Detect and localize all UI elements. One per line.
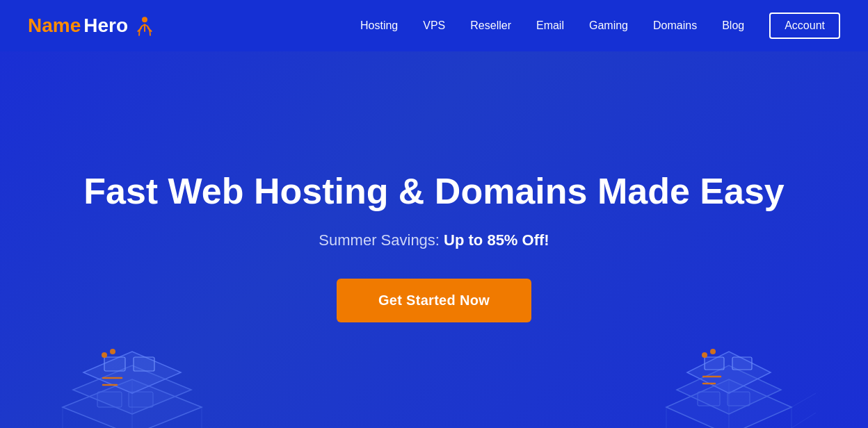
site-header: NameHero Hosting VPS Reseller Email Gami…: [0, 0, 868, 51]
nav-email[interactable]: Email: [536, 19, 564, 32]
svg-point-8: [110, 349, 115, 354]
nav-blog[interactable]: Blog: [722, 19, 744, 32]
svg-rect-6: [134, 357, 154, 371]
svg-line-30: [791, 413, 816, 428]
svg-rect-26: [728, 392, 750, 406]
svg-rect-19: [705, 357, 724, 370]
logo-name: Name: [28, 15, 81, 37]
svg-rect-5: [104, 357, 125, 371]
account-button[interactable]: Account: [769, 13, 840, 39]
hero-title: Fast Web Hosting & Domains Made Easy: [83, 171, 784, 213]
logo[interactable]: NameHero: [28, 15, 156, 37]
svg-line-29: [791, 393, 816, 407]
svg-point-0: [142, 17, 147, 22]
subtitle-normal: Summer Savings:: [319, 231, 444, 249]
svg-point-21: [702, 352, 707, 358]
nav-reseller[interactable]: Reseller: [470, 19, 511, 32]
deco-left-graphic: [42, 282, 223, 428]
svg-rect-20: [732, 357, 752, 370]
svg-rect-25: [698, 392, 720, 406]
hero-section: Fast Web Hosting & Domains Made Easy Sum…: [0, 51, 868, 428]
nav-vps[interactable]: VPS: [423, 19, 445, 32]
nav-hosting[interactable]: Hosting: [360, 19, 398, 32]
svg-point-22: [710, 349, 716, 354]
nav-gaming[interactable]: Gaming: [589, 19, 628, 32]
deco-right-graphic: [632, 282, 826, 428]
get-started-button[interactable]: Get Started Now: [337, 279, 531, 322]
main-nav: Hosting VPS Reseller Email Gaming Domain…: [360, 13, 840, 39]
svg-point-7: [102, 352, 107, 358]
svg-rect-12: [129, 392, 153, 407]
nav-domains[interactable]: Domains: [653, 19, 697, 32]
subtitle-bold: Up to 85% Off!: [444, 231, 549, 249]
logo-icon: [134, 15, 156, 37]
hero-subtitle: Summer Savings: Up to 85% Off!: [319, 231, 549, 249]
svg-rect-11: [97, 392, 122, 407]
logo-hero: Hero: [83, 15, 128, 37]
